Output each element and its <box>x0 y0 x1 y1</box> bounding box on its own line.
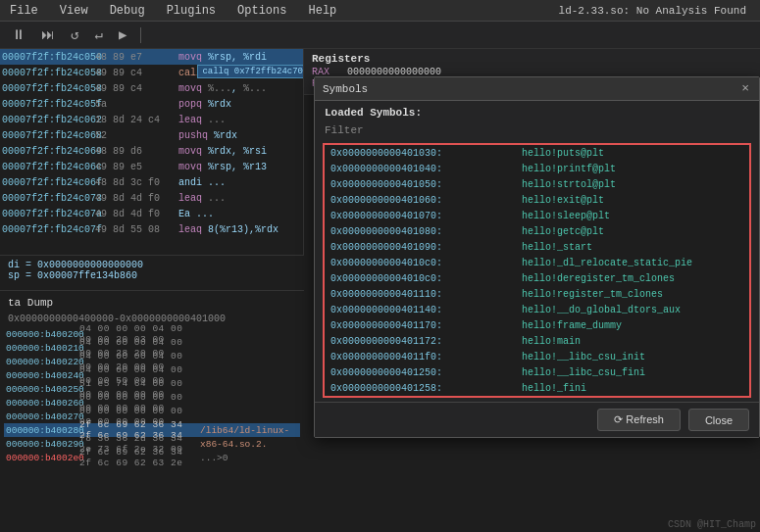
toolbar-separator <box>140 27 141 43</box>
menu-file[interactable]: File <box>6 2 42 20</box>
disasm-row[interactable]: 00007f2f:fb24c07a 49 8d 4d f0 Ea ... <box>0 206 303 221</box>
disasm-panel: 00007f2f:fb24c050 48 89 e7 movq %rsp, %r… <box>0 49 304 255</box>
disasm-row[interactable]: 00007f2f:fb24c058 49 89 c4 movq %..., %.… <box>0 80 303 96</box>
symbol-row[interactable]: 0x0000000000401170:hello!frame_dummy <box>325 317 749 333</box>
toolbar-step[interactable]: ⏭ <box>37 25 59 45</box>
symbol-row[interactable]: 0x0000000000401040:hello!printf@plt <box>325 161 749 176</box>
symbol-row[interactable]: 0x0000000000401070:hello!sleep@plt <box>325 208 749 223</box>
symbols-footer: ⟳ Refresh Close <box>315 402 759 437</box>
registers-title: Registers <box>312 53 752 65</box>
var-di: di = 0x0000000000000000 <box>8 260 296 270</box>
menu-help[interactable]: Help <box>304 2 340 20</box>
disasm-row[interactable]: 00007f2f:fb24c068 52 pushq %rdx <box>0 127 303 143</box>
toolbar-step-over[interactable]: ↵ <box>90 24 106 45</box>
disasm-row[interactable]: 00007f2f:fb24c05f 5a popq %rdx <box>0 96 303 112</box>
symbol-row[interactable]: 0x00000000004010c0:hello!_dl_relocate_st… <box>325 255 749 270</box>
title-text: ld-2.33.so: No Analysis Found <box>559 5 746 17</box>
symbols-close-button[interactable]: × <box>739 81 751 96</box>
menu-debug[interactable]: Debug <box>106 2 149 20</box>
close-button[interactable]: Close <box>688 409 749 431</box>
symbol-row[interactable]: 0x0000000000401030:hello!puts@plt <box>325 145 749 161</box>
symbol-row[interactable]: 0x00000000004010c0:hello!deregister_tm_c… <box>325 270 749 286</box>
data-dump: ta Dump 0x0000000000400000-0x00000000004… <box>0 290 304 532</box>
menu-plugins[interactable]: Plugins <box>163 2 220 20</box>
toolbar: ⏸ ⏭ ↺ ↵ ▶ <box>0 22 760 49</box>
toolbar-restart[interactable]: ↺ <box>67 24 82 45</box>
symbol-row[interactable]: 0x0000000000401258:hello!_fini <box>325 380 749 396</box>
symbols-list[interactable]: 0x0000000000401030:hello!puts@plt 0x0000… <box>323 143 751 398</box>
symbols-loaded-title: Loaded Symbols: <box>315 101 759 121</box>
vars-panel: di = 0x0000000000000000 sp = 0x00007ffe1… <box>0 255 304 290</box>
symbol-row[interactable]: 0x0000000000401140:hello!__do_global_dto… <box>325 302 749 317</box>
refresh-button[interactable]: ⟳ Refresh <box>597 409 681 431</box>
symbol-row[interactable]: 0x0000000000401110:hello!register_tm_clo… <box>325 286 749 302</box>
disasm-row[interactable]: 00007f2f:fb24c050 48 89 e7 movq %rsp, %r… <box>0 49 303 65</box>
symbol-row[interactable]: 0x0000000000401250:hello!__libc_csu_fini <box>325 364 749 380</box>
symbols-title: Symbols <box>323 83 368 95</box>
dump-row[interactable]: 000000:b4002e0 2f 6c 69 62 36 34 2f 6c 6… <box>4 451 300 464</box>
symbol-row[interactable]: 0x0000000000401060:hello!exit@plt <box>325 192 749 208</box>
dump-title: ta Dump <box>4 295 300 311</box>
watermark: CSDN @HIT_Champ <box>668 519 756 530</box>
disasm-row[interactable]: 00007f2f:fb24c062 18 8d 24 c4 leaq ... <box>0 112 303 127</box>
disasm-row[interactable]: 00007f2f:fb24c069 48 89 d6 movq %rdx, %r… <box>0 143 303 159</box>
toolbar-run[interactable]: ▶ <box>115 24 130 45</box>
symbols-overlay: Symbols × Loaded Symbols: Filter 0x00000… <box>314 76 760 438</box>
symbol-row[interactable]: 0x0000000000401080:hello!getc@plt <box>325 223 749 239</box>
var-sp: sp = 0x00007ffe134b860 <box>8 270 296 281</box>
symbol-row[interactable]: 0x00000000004011f0:hello!__libc_csu_init <box>325 349 749 364</box>
menu-view[interactable]: View <box>56 2 92 20</box>
menu-bar: File View Debug Plugins Options Help ld-… <box>0 0 760 22</box>
toolbar-pause[interactable]: ⏸ <box>8 25 29 45</box>
symbol-row[interactable]: 0x0000000000401050:hello!strtol@plt <box>325 176 749 192</box>
main-content: 00007f2f:fb24c050 48 89 e7 movq %rsp, %r… <box>0 49 760 532</box>
symbol-row[interactable]: 0x0000000000401172:hello!main <box>325 333 749 349</box>
symbols-filter-label: Filter <box>315 121 759 139</box>
disasm-row[interactable]: 00007f2f:fb24c07f 49 8d 55 08 leaq 8(%r1… <box>0 221 303 237</box>
disasm-row[interactable]: 00007f2f:fb24c073 49 8d 4d f0 leaq ... <box>0 190 303 206</box>
symbols-header: Symbols × <box>315 77 759 101</box>
symbol-row[interactable]: 0x0000000000401090:hello!_start <box>325 239 749 255</box>
disasm-row[interactable]: 00007f2f:fb24c06f 48 8d 3c f0 andi ... <box>0 174 303 190</box>
disasm-row[interactable]: 00007f2f:fb24c06c 49 89 e5 movq %rsp, %r… <box>0 159 303 174</box>
menu-options[interactable]: Options <box>233 2 290 20</box>
